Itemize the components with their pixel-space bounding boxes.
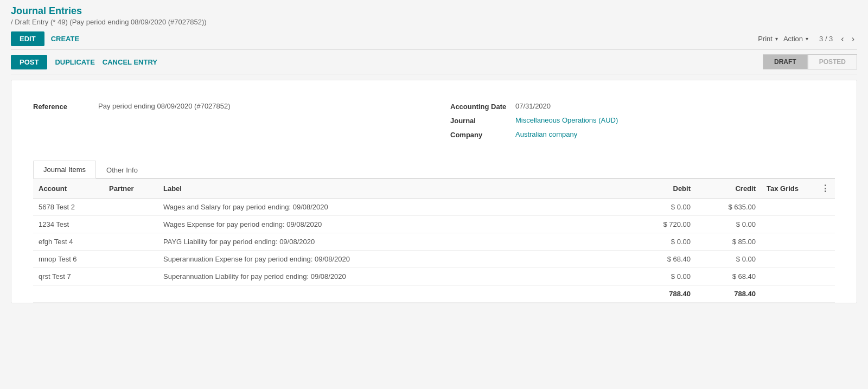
cell-account: mnop Test 6 (33, 251, 104, 268)
action-chevron-icon: ▾ (806, 36, 808, 42)
cell-more (815, 251, 835, 268)
cell-tax-grids (761, 251, 815, 268)
totals-debit: 788.40 (631, 285, 696, 303)
breadcrumb-subtitle: / Draft Entry (* 49) (Pay period ending … (11, 18, 857, 26)
edit-button[interactable]: EDIT (11, 31, 44, 46)
accounting-date-field: Accounting Date 07/31/2020 (450, 102, 835, 111)
journal-label: Journal (450, 116, 515, 125)
posted-status-button[interactable]: POSTED (808, 54, 857, 69)
cell-credit: $ 68.40 (696, 268, 761, 285)
totals-empty-1 (33, 285, 104, 303)
prev-record-button[interactable]: ‹ (838, 33, 846, 45)
cell-more (815, 199, 835, 216)
status-area: DRAFT POSTED (763, 54, 857, 69)
tab-other-info[interactable]: Other Info (96, 161, 148, 178)
cell-partner (104, 268, 158, 285)
cell-credit: $ 635.00 (696, 199, 761, 216)
col-account: Account (33, 179, 104, 199)
cell-account: efgh Test 4 (33, 233, 104, 251)
totals-credit: 788.40 (696, 285, 761, 303)
cell-tax-grids (761, 268, 815, 285)
cell-account: 1234 Test (33, 216, 104, 233)
cancel-entry-button[interactable]: CANCEL ENTRY (103, 58, 157, 66)
form-section: Reference Pay period ending 08/09/2020 (… (33, 97, 835, 144)
company-field: Company Australian company (450, 130, 835, 139)
journal-value[interactable]: Miscellaneous Operations (AUD) (515, 116, 618, 124)
cell-partner (104, 251, 158, 268)
content-card: Reference Pay period ending 08/09/2020 (… (11, 80, 857, 303)
accounting-date-label: Accounting Date (450, 102, 515, 111)
tabs: Journal Items Other Info (33, 161, 835, 178)
cell-debit: $ 0.00 (631, 199, 696, 216)
cell-partner (104, 216, 158, 233)
record-navigation: ‹ › (838, 33, 857, 45)
top-toolbar: EDIT CREATE Print ▾ Action ▾ 3 / 3 ‹ › (11, 28, 857, 50)
tab-journal-items[interactable]: Journal Items (33, 161, 96, 178)
company-label: Company (450, 130, 515, 139)
journal-field: Journal Miscellaneous Operations (AUD) (450, 116, 835, 125)
cell-debit: $ 0.00 (631, 268, 696, 285)
cell-more (815, 216, 835, 233)
table-row[interactable]: qrst Test 7 Superannuation Liability for… (33, 268, 835, 285)
form-right: Accounting Date 07/31/2020 Journal Misce… (450, 102, 835, 144)
duplicate-button[interactable]: DUPLICATE (55, 58, 94, 66)
draft-status-button[interactable]: DRAFT (763, 54, 808, 69)
cell-account: 5678 Test 2 (33, 199, 104, 216)
post-button[interactable]: POST (11, 55, 47, 69)
print-button[interactable]: Print ▾ (758, 35, 778, 43)
company-value[interactable]: Australian company (515, 130, 577, 138)
page-title: Journal Entries (11, 5, 857, 17)
action-toolbar: POST DUPLICATE CANCEL ENTRY DRAFT POSTED (11, 50, 857, 74)
cell-credit: $ 0.00 (696, 216, 761, 233)
breadcrumb: Journal Entries / Draft Entry (* 49) (Pa… (11, 5, 857, 26)
table-header-row: Account Partner Label Debit Credit (33, 179, 835, 199)
print-label: Print (758, 35, 773, 43)
action-label: Action (783, 35, 803, 43)
reference-value: Pay period ending 08/09/2020 (#7027852) (98, 102, 231, 110)
cell-label: Wages and Salary for pay period ending: … (158, 199, 631, 216)
cell-debit: $ 720.00 (631, 216, 696, 233)
journal-items-table: Account Partner Label Debit Credit (33, 178, 835, 303)
col-debit: Debit (631, 179, 696, 199)
totals-empty-2 (104, 285, 158, 303)
cell-more (815, 268, 835, 285)
totals-empty-5 (815, 285, 835, 303)
totals-empty-3 (158, 285, 631, 303)
col-credit: Credit (696, 179, 761, 199)
form-left: Reference Pay period ending 08/09/2020 (… (33, 102, 418, 144)
cell-tax-grids (761, 216, 815, 233)
create-button[interactable]: CREATE (51, 35, 79, 43)
cell-partner (104, 199, 158, 216)
cell-label: Superannuation Liability for pay period … (158, 268, 631, 285)
cell-label: Wages Expense for pay period ending: 09/… (158, 216, 631, 233)
table-row[interactable]: efgh Test 4 PAYG Liability for pay perio… (33, 233, 835, 251)
reference-field: Reference Pay period ending 08/09/2020 (… (33, 102, 418, 111)
cell-debit: $ 68.40 (631, 251, 696, 268)
print-chevron-icon: ▾ (775, 36, 778, 42)
action-button[interactable]: Action ▾ (783, 35, 808, 43)
cell-label: Superannuation Expense for pay period en… (158, 251, 631, 268)
cell-label: PAYG Liability for pay period ending: 09… (158, 233, 631, 251)
totals-row: 788.40 788.40 (33, 285, 835, 303)
cell-tax-grids (761, 199, 815, 216)
cell-partner (104, 233, 158, 251)
record-nav-info: 3 / 3 (819, 35, 833, 43)
reference-label: Reference (33, 102, 98, 111)
table-row[interactable]: 5678 Test 2 Wages and Salary for pay per… (33, 199, 835, 216)
cell-credit: $ 85.00 (696, 233, 761, 251)
totals-empty-4 (761, 285, 815, 303)
next-record-button[interactable]: › (849, 33, 857, 45)
table-more-icon[interactable]: ⋮ (821, 184, 829, 193)
cell-more (815, 233, 835, 251)
col-more: ⋮ (815, 179, 835, 199)
table-row[interactable]: 1234 Test Wages Expense for pay period e… (33, 216, 835, 233)
table-row[interactable]: mnop Test 6 Superannuation Expense for p… (33, 251, 835, 268)
cell-debit: $ 0.00 (631, 233, 696, 251)
accounting-date-value: 07/31/2020 (515, 102, 551, 110)
col-label: Label (158, 179, 631, 199)
col-partner: Partner (104, 179, 158, 199)
cell-tax-grids (761, 233, 815, 251)
col-tax-grids: Tax Grids (761, 179, 815, 199)
cell-credit: $ 0.00 (696, 251, 761, 268)
cell-account: qrst Test 7 (33, 268, 104, 285)
